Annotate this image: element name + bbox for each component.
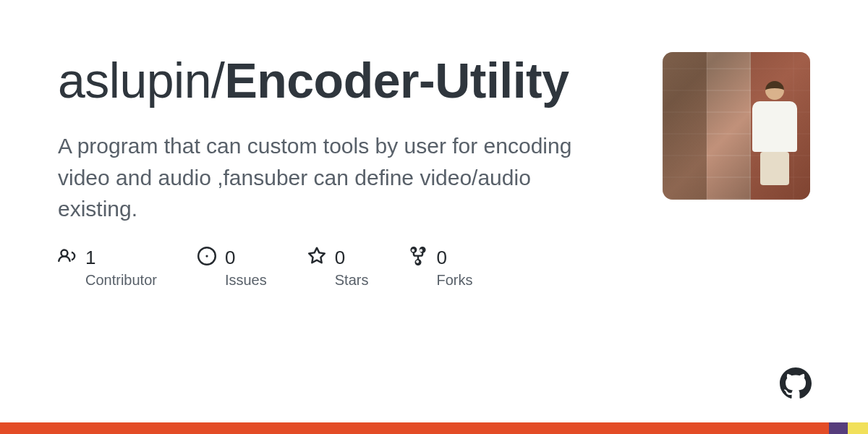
stat-stars[interactable]: 0 Stars	[307, 247, 369, 289]
stat-stars-label: Stars	[335, 272, 369, 289]
stat-issues[interactable]: 0 Issues	[197, 247, 267, 289]
issue-icon	[197, 247, 216, 268]
repo-description: A program that can custom tools by user …	[58, 130, 608, 225]
language-segment	[848, 422, 868, 434]
stat-forks-label: Forks	[436, 272, 472, 289]
stat-stars-value: 0	[335, 247, 345, 269]
stat-issues-value: 0	[225, 247, 235, 269]
github-icon[interactable]	[780, 367, 812, 399]
repo-stats: 1 Contributor 0 Issues 0	[58, 247, 608, 289]
repo-owner[interactable]: aslupin	[58, 53, 211, 108]
stat-contributors[interactable]: 1 Contributor	[58, 247, 157, 289]
stat-issues-label: Issues	[225, 272, 267, 289]
language-bar	[0, 422, 868, 434]
stat-forks-value: 0	[436, 247, 446, 269]
language-segment	[829, 422, 848, 434]
stat-contributors-label: Contributor	[85, 272, 157, 289]
stat-forks[interactable]: 0 Forks	[409, 247, 472, 289]
avatar[interactable]	[663, 52, 810, 200]
fork-icon	[409, 247, 427, 268]
repo-name-rest[interactable]: -Utility	[419, 53, 569, 108]
star-icon	[307, 247, 326, 268]
language-segment	[0, 422, 829, 434]
repo-title: aslupin/Encoder-Utility	[58, 52, 608, 109]
stat-contributors-value: 1	[85, 247, 95, 269]
people-icon	[58, 247, 77, 268]
repo-slash: /	[211, 53, 224, 108]
repo-name-bold[interactable]: Encoder	[224, 53, 419, 108]
